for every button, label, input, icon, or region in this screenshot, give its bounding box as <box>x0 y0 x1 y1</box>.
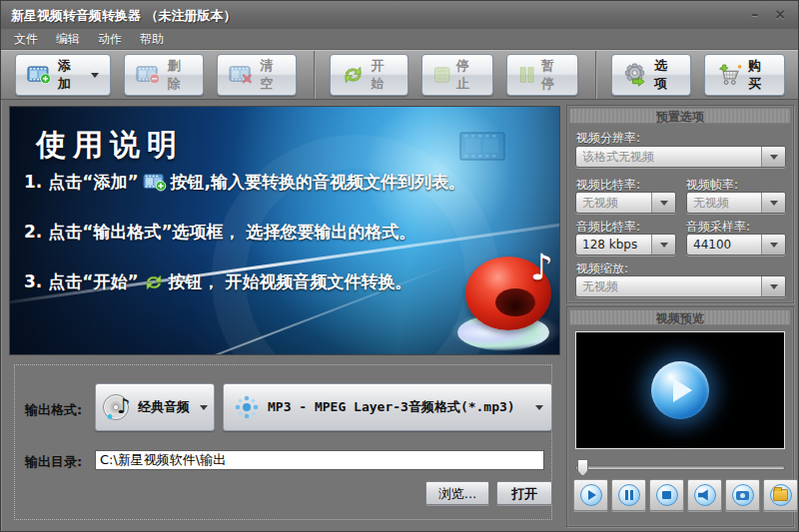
preview-stop-button[interactable] <box>649 479 684 511</box>
add-video-icon <box>27 65 52 85</box>
music-note-icon <box>530 247 553 287</box>
pause-button-label: 暂停 <box>541 57 566 93</box>
start-button-label: 开始 <box>372 57 397 93</box>
delete-button-label: 删除 <box>167 57 192 93</box>
audio-samplerate-dropdown[interactable]: 44100 <box>686 234 786 256</box>
output-format-dropdown[interactable]: MP3 - MPEG Layer-3音频格式(*.mp3) <box>223 383 552 431</box>
video-resolution-label: 视频分辨率: <box>576 130 640 147</box>
app-window: 新星视频转音频转换器 （未注册版本） – × 文件 编辑 动作 帮助 添加 <box>0 0 799 532</box>
speaker-icon <box>694 484 716 506</box>
minimize-button[interactable]: – <box>751 6 758 22</box>
category-dropdown-arrow-icon[interactable] <box>200 405 208 410</box>
buy-button-label: 购买 <box>748 57 773 93</box>
format-category-dropdown[interactable]: ♪ 经典音频 <box>95 383 215 431</box>
video-resolution-dropdown[interactable]: 该格式无视频 <box>575 146 786 168</box>
video-scale-dropdown[interactable]: 无视频 <box>575 275 786 297</box>
clear-button[interactable]: 清空 <box>217 54 297 96</box>
start-icon <box>342 65 365 85</box>
menu-edit[interactable]: 编辑 <box>47 29 89 50</box>
seek-slider-thumb[interactable] <box>577 459 588 476</box>
preview-play-button[interactable] <box>573 479 608 511</box>
output-settings-panel: 输出格式: ♪ 经典音频 MP3 - MPEG Layer-3音频格式(*.mp <box>14 364 552 520</box>
stop-button-label: 停止 <box>456 57 481 93</box>
mp3-format-icon <box>232 392 262 422</box>
instruction-line-2-text: 2. 点击“输出格式”选项框， 选择您要输出的格式。 <box>24 221 415 244</box>
instruction-line-1-pre: 1. 点击“添加” <box>24 171 139 194</box>
red-music-disc-graphic <box>457 255 557 350</box>
options-button[interactable]: 选项 <box>611 54 691 96</box>
output-format-value: MP3 - MPEG Layer-3音频格式(*.mp3) <box>268 398 529 416</box>
video-preview-group: 视频预览 <box>566 306 794 527</box>
dropdown-arrow-icon[interactable] <box>761 193 785 213</box>
video-preview-header: 视频预览 <box>569 309 791 325</box>
red-disc-hole <box>495 288 535 316</box>
preview-pause-button[interactable] <box>611 479 646 511</box>
dropdown-arrow-icon[interactable] <box>651 235 675 255</box>
instruction-line-2: 2. 点击“输出格式”选项框， 选择您要输出的格式。 <box>24 221 415 244</box>
audio-bitrate-value: 128 kbps <box>576 238 651 252</box>
seek-slider[interactable] <box>575 459 785 475</box>
options-gear-icon <box>623 63 648 87</box>
window-title: 新星视频转音频转换器 （未注册版本） <box>11 7 237 25</box>
toolbar-separator <box>595 51 597 99</box>
menu-action[interactable]: 动作 <box>89 29 131 50</box>
dropdown-arrow-icon[interactable] <box>651 193 675 213</box>
clear-button-label: 清空 <box>260 57 285 93</box>
pause-icon <box>618 484 640 506</box>
refresh-inline-icon <box>143 273 165 291</box>
options-button-label: 选项 <box>654 57 679 93</box>
video-preview-screen <box>575 331 785 449</box>
preset-options-header: 预置选项 <box>569 108 791 124</box>
preview-snapshot-button[interactable] <box>725 479 760 511</box>
dropdown-arrow-icon[interactable] <box>761 147 785 167</box>
audio-samplerate-value: 44100 <box>687 238 761 252</box>
preview-volume-button[interactable] <box>687 479 722 511</box>
open-button[interactable]: 打开 <box>496 481 552 505</box>
seek-slider-track[interactable] <box>575 465 785 470</box>
start-button[interactable]: 开始 <box>330 54 407 96</box>
dropdown-arrow-icon[interactable] <box>761 235 785 255</box>
audio-bitrate-dropdown[interactable]: 128 kbps <box>575 234 676 256</box>
toolbar: 添加 删除 清空 <box>1 50 798 100</box>
output-format-label: 输出格式: <box>25 401 82 419</box>
instruction-line-3-pre: 3. 点击“开始” <box>24 270 139 293</box>
film-watermark-icon <box>457 127 509 165</box>
classic-audio-cd-icon: ♪ <box>102 391 134 423</box>
close-button[interactable]: × <box>774 6 786 22</box>
window-controls: – × <box>751 6 786 22</box>
menu-bar: 文件 编辑 动作 帮助 <box>1 29 798 50</box>
delete-video-icon <box>136 65 161 85</box>
preview-folder-button[interactable] <box>763 479 798 511</box>
video-bitrate-value: 无视频 <box>576 195 651 212</box>
pause-button[interactable]: 暂停 <box>506 54 578 96</box>
stop-icon <box>433 66 450 84</box>
output-dir-label: 输出目录: <box>25 453 82 471</box>
delete-button[interactable]: 删除 <box>124 54 204 96</box>
video-bitrate-dropdown[interactable]: 无视频 <box>575 192 676 214</box>
add-button[interactable]: 添加 <box>15 54 111 96</box>
clear-list-icon <box>229 65 254 85</box>
buy-button[interactable]: 购买 <box>704 54 785 96</box>
instructions-heading: 使用说明 <box>36 125 184 166</box>
instruction-line-1-post: 按钮,输入要转换的音视频文件到列表。 <box>171 171 465 194</box>
instruction-line-1: 1. 点击“添加” 按钮,输入要转换的音视频文件到列表。 <box>24 171 465 194</box>
menu-help[interactable]: 帮助 <box>131 29 173 50</box>
add-button-label: 添加 <box>58 57 83 93</box>
film-add-inline-icon <box>143 173 167 192</box>
preview-controls <box>573 479 798 511</box>
dropdown-arrow-icon[interactable] <box>761 276 785 296</box>
camera-icon <box>732 484 754 506</box>
add-dropdown-arrow-icon[interactable] <box>91 73 99 78</box>
stop-button[interactable]: 停止 <box>421 54 493 96</box>
folder-icon <box>770 484 792 506</box>
format-dropdown-arrow-icon[interactable] <box>535 405 543 410</box>
preview-play-overlay-button[interactable] <box>651 361 709 419</box>
menu-file[interactable]: 文件 <box>5 29 47 50</box>
output-dir-input[interactable] <box>95 450 544 470</box>
video-framerate-dropdown[interactable]: 无视频 <box>686 192 786 214</box>
usage-instructions-panel: 使用说明 1. 点击“添加” 按钮,输入要转换的音视频文件到列表。 2. 点击“… <box>9 106 560 355</box>
instruction-line-3: 3. 点击“开始” 按钮， 开始视频音频文件转换。 <box>24 270 411 293</box>
browse-button[interactable]: 浏览... <box>425 481 489 505</box>
toolbar-separator <box>314 51 316 99</box>
instruction-line-3-post: 按钮， 开始视频音频文件转换。 <box>169 270 412 293</box>
